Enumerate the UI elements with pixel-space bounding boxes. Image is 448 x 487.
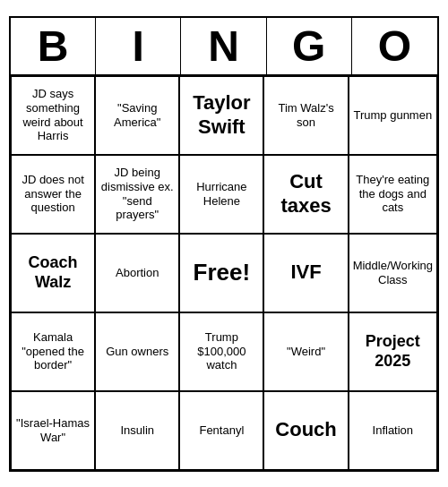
bingo-card: BINGO JD says something weird about Harr… [9,16,439,472]
bingo-cell-8: Cut taxes [263,155,348,234]
bingo-cell-11: Abortion [95,234,179,312]
bingo-cell-16: Gun owners [95,312,179,391]
bingo-grid: JD says something weird about Harris"Sav… [11,76,437,470]
bingo-cell-7: Hurricane Helene [179,155,263,234]
header-letter-N: N [181,18,266,74]
bingo-cell-20: "Israel-Hamas War" [11,391,95,470]
bingo-cell-17: Trump $100,000 watch [179,312,263,391]
bingo-cell-4: Trump gunmen [349,76,437,155]
header-letter-O: O [352,18,437,74]
bingo-cell-3: Tim Walz's son [263,76,348,155]
header-letter-G: G [267,18,352,74]
bingo-cell-0: JD says something weird about Harris [11,76,95,155]
bingo-cell-22: Fentanyl [179,391,263,470]
bingo-cell-23: Couch [263,391,348,470]
bingo-cell-24: Inflation [349,391,437,470]
bingo-cell-21: Insulin [95,391,179,470]
bingo-cell-15: Kamala "opened the border" [11,312,95,391]
bingo-cell-13: IVF [263,234,348,312]
bingo-header: BINGO [11,18,437,76]
bingo-cell-9: They're eating the dogs and cats [349,155,437,234]
bingo-cell-2: Taylor Swift [179,76,263,155]
bingo-cell-1: "Saving America" [95,76,179,155]
header-letter-B: B [11,18,96,74]
bingo-cell-5: JD does not answer the question [11,155,95,234]
bingo-cell-19: Project 2025 [349,312,437,391]
bingo-cell-6: JD being dismissive ex. "send prayers" [95,155,179,234]
bingo-cell-18: "Weird" [263,312,348,391]
header-letter-I: I [96,18,181,74]
bingo-cell-14: Middle/Working Class [349,234,437,312]
bingo-cell-10: Coach Walz [11,234,95,312]
bingo-cell-12: Free! [179,234,263,312]
